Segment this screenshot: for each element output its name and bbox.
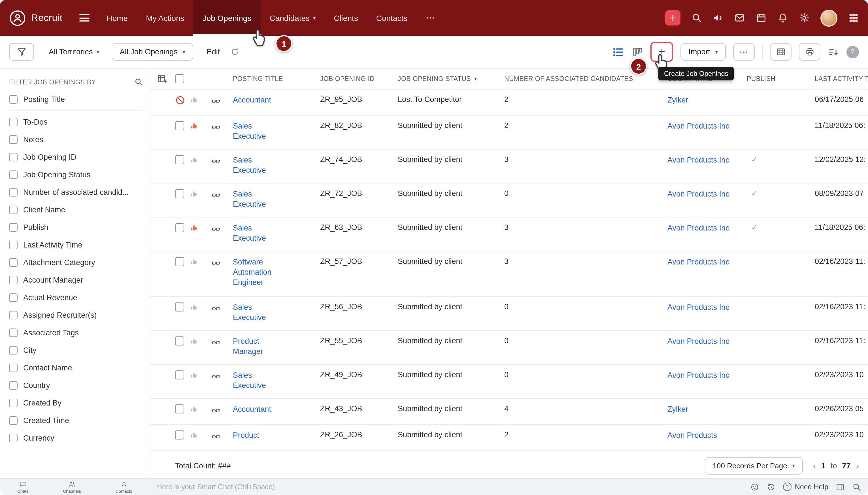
glasses-icon[interactable] bbox=[209, 258, 223, 267]
nav-item-home[interactable]: Home bbox=[98, 0, 137, 36]
table-row[interactable]: Product ZR_26_JOB Submitted by client 2 … bbox=[150, 425, 868, 451]
filter-option-last-activity-time[interactable]: Last Activity Time bbox=[9, 236, 143, 254]
table-row[interactable]: Sales Executive ZR_63_JOB Submitted by c… bbox=[150, 218, 868, 252]
table-row[interactable]: Sales Executive ZR_56_JOB Submitted by c… bbox=[150, 297, 868, 331]
announcement-icon[interactable] bbox=[713, 13, 724, 23]
user-avatar[interactable] bbox=[820, 9, 837, 26]
filter-option-account-manager[interactable]: Account Manager bbox=[9, 271, 143, 289]
posting-title-link[interactable]: Accountant bbox=[233, 96, 271, 104]
posting-title-link[interactable]: Sales Executive bbox=[233, 371, 266, 390]
posting-title-link[interactable]: Sales Executive bbox=[233, 303, 266, 322]
quick-create-icon[interactable]: + bbox=[665, 10, 680, 25]
glasses-icon[interactable] bbox=[209, 96, 223, 105]
table-row[interactable]: Sales Executive ZR_74_JOB Submitted by c… bbox=[150, 150, 868, 184]
settings-gear-icon[interactable] bbox=[799, 13, 810, 23]
apps-grid-icon[interactable] bbox=[848, 13, 859, 23]
filter-option-attachment-category[interactable]: Attachment Category bbox=[9, 254, 143, 271]
posting-title-link[interactable]: Software Automation Engineer bbox=[233, 258, 272, 287]
checkbox[interactable] bbox=[9, 118, 18, 126]
checkbox[interactable] bbox=[9, 188, 18, 197]
checkbox[interactable] bbox=[9, 135, 18, 144]
table-row[interactable]: Sales Executive ZR_82_JOB Submitted by c… bbox=[150, 116, 868, 150]
checkbox[interactable] bbox=[9, 346, 18, 355]
filter-option-currency[interactable]: Currency bbox=[9, 429, 143, 447]
filter-option-job-opening-status[interactable]: Job Opening Status bbox=[9, 166, 143, 184]
help-button[interactable]: ? bbox=[847, 46, 859, 58]
client-link[interactable]: Avon Products Inc bbox=[667, 303, 730, 311]
mail-icon[interactable] bbox=[734, 13, 745, 23]
glasses-icon[interactable] bbox=[209, 431, 223, 441]
glasses-icon[interactable] bbox=[209, 224, 223, 233]
contacts-tab[interactable]: Contacts bbox=[116, 480, 132, 494]
filter-option-contact-name[interactable]: Contact Name bbox=[9, 359, 143, 377]
col-job-opening-status[interactable]: JOB OPENING STATUS▾ bbox=[398, 75, 504, 82]
client-link[interactable]: Zylker bbox=[667, 405, 688, 413]
client-link[interactable]: Avon Products Inc bbox=[667, 371, 730, 379]
col-posting-title[interactable]: POSTING TITLE bbox=[233, 75, 320, 82]
chat-search-icon[interactable] bbox=[852, 482, 861, 491]
table-row[interactable]: Accountant ZR_43_JOB Submitted by client… bbox=[150, 399, 868, 425]
table-row[interactable]: Accountant ZR_95_JOB Lost To Competitor … bbox=[150, 89, 868, 116]
client-link[interactable]: Zylker bbox=[667, 96, 688, 104]
table-row[interactable]: Sales Executive ZR_49_JOB Submitted by c… bbox=[150, 365, 868, 399]
chats-tab[interactable]: Chats bbox=[17, 480, 28, 494]
notifications-bell-icon[interactable] bbox=[777, 13, 788, 23]
checkbox[interactable] bbox=[9, 95, 18, 104]
checkbox[interactable] bbox=[9, 258, 18, 267]
row-checkbox[interactable] bbox=[175, 189, 184, 198]
filter-option-notes[interactable]: Notes bbox=[9, 131, 143, 148]
row-checkbox[interactable] bbox=[175, 155, 184, 164]
nav-item-clients[interactable]: Clients bbox=[325, 0, 367, 36]
checkbox[interactable] bbox=[9, 206, 18, 214]
nav-more-icon[interactable]: ⋯ bbox=[416, 0, 445, 36]
filter-option-associated-tags[interactable]: Associated Tags bbox=[9, 324, 143, 342]
smart-chat-input[interactable] bbox=[150, 479, 743, 495]
client-link[interactable]: Avon Products bbox=[667, 431, 717, 440]
table-row[interactable]: Product Manager ZR_55_JOB Submitted by c… bbox=[150, 331, 868, 365]
kanban-view-icon[interactable] bbox=[632, 46, 643, 57]
filter-option-created-time[interactable]: Created Time bbox=[9, 412, 143, 429]
client-link[interactable]: Avon Products Inc bbox=[667, 190, 730, 198]
col-associated-candidates[interactable]: NUMBER OF ASSOCIATED CANDIDATES bbox=[504, 75, 667, 82]
col-job-opening-id[interactable]: JOB OPENING ID bbox=[320, 75, 398, 82]
nav-item-my-actions[interactable]: My Actions bbox=[137, 0, 193, 36]
more-actions-button[interactable]: ⋯ bbox=[733, 43, 755, 61]
panel-toggle-icon[interactable] bbox=[836, 482, 845, 491]
filter-option-associated-candidates[interactable]: Number of associated candid... bbox=[9, 184, 143, 201]
row-checkbox[interactable] bbox=[175, 223, 184, 232]
checkbox[interactable] bbox=[9, 293, 18, 302]
row-checkbox[interactable] bbox=[175, 337, 184, 345]
posting-title-link[interactable]: Product bbox=[233, 431, 259, 440]
zia-assistant-icon[interactable] bbox=[750, 482, 759, 491]
filter-option-city[interactable]: City bbox=[9, 342, 143, 359]
posting-title-link[interactable]: Sales Executive bbox=[233, 156, 266, 174]
list-view-icon[interactable] bbox=[612, 46, 624, 58]
history-icon[interactable] bbox=[767, 482, 776, 491]
filter-option-to-dos[interactable]: To-Dos bbox=[9, 113, 143, 131]
sort-icon[interactable] bbox=[828, 46, 839, 57]
checkbox[interactable] bbox=[9, 328, 18, 337]
checkbox[interactable] bbox=[9, 223, 18, 232]
posting-title-link[interactable]: Product Manager bbox=[233, 337, 263, 356]
select-all-checkbox[interactable] bbox=[175, 74, 184, 83]
glasses-icon[interactable] bbox=[209, 338, 223, 347]
glasses-icon[interactable] bbox=[209, 372, 223, 380]
glasses-icon[interactable] bbox=[209, 156, 223, 165]
checkbox[interactable] bbox=[9, 153, 18, 161]
view-dropdown[interactable]: All Job Openings▾ bbox=[112, 43, 193, 61]
checkbox[interactable] bbox=[9, 434, 18, 442]
filter-option-created-by[interactable]: Created By bbox=[9, 394, 143, 412]
checkbox[interactable] bbox=[9, 364, 18, 372]
row-checkbox[interactable] bbox=[175, 404, 184, 413]
posting-title-link[interactable]: Sales Executive bbox=[233, 190, 266, 208]
posting-title-link[interactable]: Sales Executive bbox=[233, 224, 266, 242]
nav-item-candidates[interactable]: Candidates▾ bbox=[260, 0, 325, 36]
checkbox[interactable] bbox=[9, 276, 18, 284]
edit-button[interactable]: Edit bbox=[207, 48, 220, 56]
row-checkbox[interactable] bbox=[175, 371, 184, 379]
glasses-icon[interactable] bbox=[209, 122, 223, 131]
hamburger-menu-icon[interactable] bbox=[80, 0, 90, 36]
checkbox[interactable] bbox=[9, 381, 18, 390]
print-button[interactable] bbox=[799, 43, 820, 61]
sidebar-search-icon[interactable] bbox=[134, 78, 143, 86]
